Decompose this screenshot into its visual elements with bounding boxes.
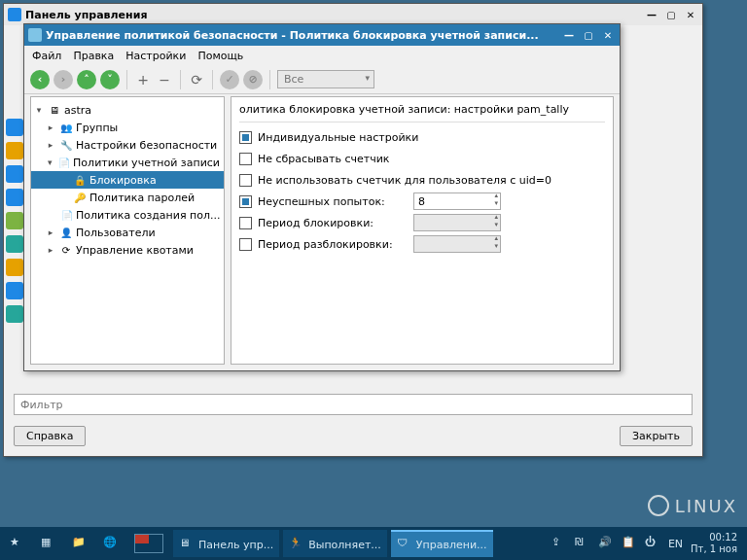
chk-individual[interactable] xyxy=(239,131,252,144)
quota-icon: ⟳ xyxy=(59,244,73,256)
tree-view[interactable]: ▾🖥astra ▸👥Группы ▸🔧Настройки безопасност… xyxy=(30,96,225,365)
wallpaper-text: LINUX xyxy=(675,496,737,516)
star-icon: ★ xyxy=(10,536,25,551)
chk-no-reset[interactable] xyxy=(239,153,252,165)
help-button[interactable]: Справка xyxy=(14,426,86,446)
close-button-footer[interactable]: Закрыть xyxy=(620,426,693,446)
maximize-button[interactable]: ▢ xyxy=(581,28,596,42)
window-title-back: Панель управления xyxy=(25,9,640,21)
menu-help[interactable]: Помощь xyxy=(197,50,243,62)
groups-icon: 👥 xyxy=(59,122,73,133)
spin-lock xyxy=(413,214,501,231)
tree-password-policy[interactable]: 🔑Политика паролей xyxy=(31,189,224,206)
panel-icon: 🖥 xyxy=(179,537,195,552)
globe-icon: 🌐 xyxy=(103,536,119,551)
menu-edit[interactable]: Правка xyxy=(73,50,114,62)
filter-combo[interactable]: Все xyxy=(277,70,374,88)
window-title-front: Управление политикой безопасности - Поли… xyxy=(46,29,557,42)
show-desktop[interactable]: ▦ xyxy=(35,530,62,557)
shield-icon: 🛡 xyxy=(397,537,412,552)
computer-icon: 🖥 xyxy=(48,104,61,116)
chk-failed[interactable] xyxy=(239,195,252,208)
tray-network-icon[interactable]: ₪ xyxy=(575,536,590,551)
runner-icon: 🏃 xyxy=(289,537,304,552)
tray-volume-icon[interactable]: 🔊 xyxy=(598,536,614,551)
minimize-button[interactable]: — xyxy=(561,28,577,42)
nav-down-icon[interactable]: ˅ xyxy=(100,70,120,89)
os-ring-icon xyxy=(648,495,669,516)
clock[interactable]: 00:12 Пт, 1 ноя xyxy=(691,532,737,555)
keyboard-layout[interactable]: EN xyxy=(668,538,683,550)
doc-icon: 📄 xyxy=(61,209,73,221)
browser-launcher[interactable]: 🌐 xyxy=(97,530,124,557)
app-icon xyxy=(28,28,42,42)
tree-root[interactable]: ▾🖥astra xyxy=(31,101,224,119)
content-pane: олитика блокировка учетной записи: настр… xyxy=(231,96,614,365)
policy-icon: 📄 xyxy=(58,157,70,168)
close-button[interactable]: ✕ xyxy=(600,28,616,42)
task-control-panel[interactable]: 🖥Панель упр... xyxy=(173,530,279,557)
folder-icon: 📁 xyxy=(72,536,88,551)
taskbar: ★ ▦ 📁 🌐 🖥Панель упр... 🏃Выполняет... 🛡Уп… xyxy=(0,527,747,560)
remove-icon[interactable]: − xyxy=(156,71,173,88)
lock-icon: 🔒 xyxy=(73,174,87,186)
close-button[interactable]: ✕ xyxy=(683,8,698,21)
cancel-icon: ⊘ xyxy=(243,70,263,89)
titlebar-back[interactable]: Панель управления — ▢ ✕ xyxy=(4,4,702,25)
tree-lockout[interactable]: 🔒Блокировка xyxy=(31,171,224,189)
tree-users[interactable]: ▸👤Пользователи xyxy=(31,224,224,241)
desktop-icon: ▦ xyxy=(41,536,56,551)
wrench-icon: 🔧 xyxy=(59,139,73,151)
refresh-icon[interactable]: ⟳ xyxy=(188,71,205,88)
chk-unlock-period[interactable] xyxy=(239,238,252,251)
menubar: Файл Правка Настройки Помощь xyxy=(24,46,620,65)
tree-groups[interactable]: ▸👥Группы xyxy=(31,119,224,136)
chk-no-uid0[interactable] xyxy=(239,174,252,187)
content-title: олитика блокировка учетной записи: настр… xyxy=(239,103,605,122)
tree-creation-policy[interactable]: 📄Политика создания пол... xyxy=(31,206,224,224)
users-icon: 👤 xyxy=(59,227,73,238)
titlebar-front[interactable]: Управление политикой безопасности - Поли… xyxy=(24,24,620,46)
filter-input[interactable] xyxy=(14,394,693,415)
tree-security[interactable]: ▸🔧Настройки безопасности xyxy=(31,136,224,154)
tray-clipboard-icon[interactable]: 📋 xyxy=(622,536,637,551)
nav-forward-icon: › xyxy=(53,70,73,89)
chk-lock-period[interactable] xyxy=(239,217,252,229)
tree-quota[interactable]: ▸⟳Управление квотами xyxy=(31,241,224,259)
task-security-mgmt[interactable]: 🛡Управлени... xyxy=(391,530,493,557)
add-icon[interactable]: + xyxy=(134,71,152,88)
spin-unlock xyxy=(413,235,501,253)
nav-up-icon[interactable]: ˄ xyxy=(77,70,96,89)
nav-back-icon[interactable]: ‹ xyxy=(30,70,50,89)
task-running[interactable]: 🏃Выполняет... xyxy=(283,530,387,557)
pager[interactable] xyxy=(128,530,169,557)
tray-power-icon[interactable]: ⏻ xyxy=(645,536,660,551)
tree-account-policies[interactable]: ▾📄Политики учетной записи xyxy=(31,154,224,171)
start-button[interactable]: ★ xyxy=(4,530,31,557)
file-manager-launcher[interactable]: 📁 xyxy=(66,530,93,557)
apply-icon: ✓ xyxy=(220,70,239,89)
security-policy-window: Управление политикой безопасности - Поли… xyxy=(23,23,621,371)
tray-usb-icon[interactable]: ⇪ xyxy=(551,536,567,551)
minimize-button[interactable]: — xyxy=(644,8,659,21)
app-icon xyxy=(8,8,21,21)
menu-file[interactable]: Файл xyxy=(32,50,61,62)
spin-failed[interactable]: 8 xyxy=(413,192,501,210)
key-icon: 🔑 xyxy=(73,192,87,203)
maximize-button[interactable]: ▢ xyxy=(663,8,679,21)
menu-settings[interactable]: Настройки xyxy=(125,50,186,62)
toolbar: ‹ › ˄ ˅ + − ⟳ ✓ ⊘ Все xyxy=(24,65,620,94)
